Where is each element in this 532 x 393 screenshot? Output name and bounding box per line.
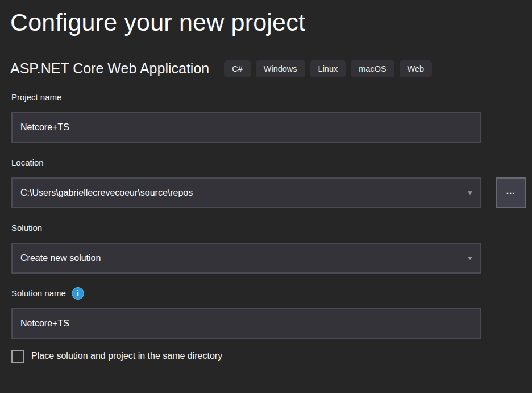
solution-name-label: Solution name <box>11 288 66 298</box>
solution-name-label-row: Solution name i <box>11 287 521 300</box>
location-label-row: Location <box>11 156 521 169</box>
solution-name-row <box>11 308 532 339</box>
chevron-down-icon: ▼ <box>467 190 474 196</box>
template-info-row: ASP.NET Core Web Application C# Windows … <box>10 60 522 77</box>
tag-macos: macOS <box>351 60 394 77</box>
solution-value: Create new solution <box>20 253 101 263</box>
tag-csharp: C# <box>224 60 251 77</box>
solution-label: Solution <box>11 223 42 233</box>
configure-project-dialog: Configure your new project ASP.NET Core … <box>0 0 532 393</box>
tag-web: Web <box>400 60 433 77</box>
location-row: C:\Users\gabriellecrevecoeur\source\repo… <box>11 177 532 208</box>
solution-label-row: Solution <box>11 222 521 234</box>
project-name-label: Project name <box>11 92 61 102</box>
tag-linux: Linux <box>310 60 346 77</box>
solution-dropdown[interactable]: Create new solution ▼ <box>11 243 481 274</box>
location-value: C:\Users\gabriellecrevecoeur\source\repo… <box>20 188 193 198</box>
same-directory-option[interactable]: Place solution and project in the same d… <box>11 350 532 363</box>
project-name-label-row: Project name <box>11 91 521 104</box>
same-directory-checkbox[interactable] <box>11 350 24 363</box>
browse-button[interactable]: ... <box>496 177 526 208</box>
solution-name-input[interactable] <box>11 308 481 339</box>
page-title: Configure your new project <box>0 0 532 39</box>
chevron-down-icon: ▼ <box>467 255 474 261</box>
solution-row: Create new solution ▼ <box>11 243 532 274</box>
template-name: ASP.NET Core Web Application <box>10 60 209 77</box>
location-label: Location <box>11 158 44 167</box>
same-directory-label: Place solution and project in the same d… <box>31 351 222 361</box>
info-icon[interactable]: i <box>72 287 84 300</box>
project-name-input[interactable] <box>11 112 481 143</box>
project-name-row <box>11 112 532 143</box>
tag-windows: Windows <box>256 60 305 77</box>
location-dropdown[interactable]: C:\Users\gabriellecrevecoeur\source\repo… <box>11 177 481 208</box>
